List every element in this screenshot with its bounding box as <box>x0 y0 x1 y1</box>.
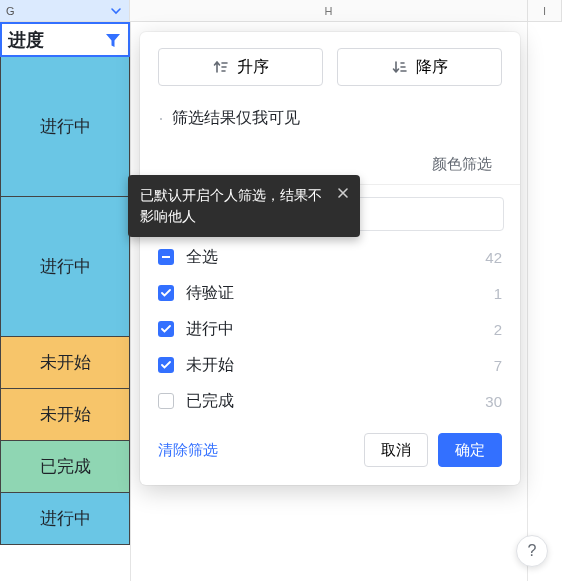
col-header-h[interactable]: H <box>130 0 528 22</box>
checkbox-icon <box>158 393 174 409</box>
checkbox-icon <box>158 285 174 301</box>
option-doing[interactable]: 进行中 2 <box>158 311 502 347</box>
checkbox-icon <box>158 321 174 337</box>
help-button[interactable]: ? <box>516 535 548 567</box>
sort-asc-button[interactable]: 升序 <box>158 48 323 86</box>
svg-rect-1 <box>162 256 170 258</box>
chevron-down-icon[interactable] <box>109 5 123 17</box>
col-letter: G <box>6 5 15 17</box>
status-column: 进度 进行中 进行中 未开始 未开始 已完成 进行中 <box>0 22 130 581</box>
cell[interactable]: 未开始 <box>0 337 130 389</box>
close-icon[interactable] <box>336 185 352 201</box>
cell[interactable]: 已完成 <box>0 441 130 493</box>
option-todo[interactable]: 未开始 7 <box>158 347 502 383</box>
tab-by-color[interactable]: 颜色筛选 <box>418 145 506 184</box>
personal-filter-tooltip: 已默认开启个人筛选，结果不影响他人 <box>128 175 360 237</box>
cell[interactable]: 进行中 <box>0 493 130 545</box>
checkbox-icon <box>158 357 174 373</box>
cancel-button[interactable]: 取消 <box>364 433 428 467</box>
popover-footer: 清除筛选 取消 确定 <box>140 419 520 485</box>
only-me-checkbox[interactable] <box>160 118 162 120</box>
filter-options: 全选 42 待验证 1 进行中 2 未开始 7 已完成 30 <box>140 239 520 419</box>
sort-desc-button[interactable]: 降序 <box>337 48 502 86</box>
help-icon: ? <box>528 542 537 560</box>
option-pending[interactable]: 待验证 1 <box>158 275 502 311</box>
clear-filter-link[interactable]: 清除筛选 <box>158 441 354 460</box>
column-title-cell[interactable]: 进度 <box>0 22 130 57</box>
col-header-i[interactable]: I <box>528 0 562 22</box>
column-title: 进度 <box>8 28 44 52</box>
col-header-g[interactable]: G <box>0 0 130 22</box>
cell[interactable]: 未开始 <box>0 389 130 441</box>
ok-button[interactable]: 确定 <box>438 433 502 467</box>
tooltip-text: 已默认开启个人筛选，结果不影响他人 <box>140 187 322 224</box>
option-done[interactable]: 已完成 30 <box>158 383 502 419</box>
cell[interactable]: 进行中 <box>0 197 130 337</box>
checkbox-icon <box>158 249 174 265</box>
only-me-row[interactable]: 筛选结果仅我可见 <box>140 102 520 145</box>
filter-popover: 升序 降序 筛选结果仅我可见 按值筛选 颜色筛选 全选 42 待验证 1 进行中 <box>140 32 520 485</box>
col-divider <box>527 22 528 581</box>
cell[interactable]: 进行中 <box>0 57 130 197</box>
column-header-row: G H I <box>0 0 562 22</box>
filter-icon[interactable] <box>104 31 122 49</box>
option-all[interactable]: 全选 42 <box>158 239 502 275</box>
only-me-label: 筛选结果仅我可见 <box>172 108 300 129</box>
sort-row: 升序 降序 <box>140 32 520 102</box>
